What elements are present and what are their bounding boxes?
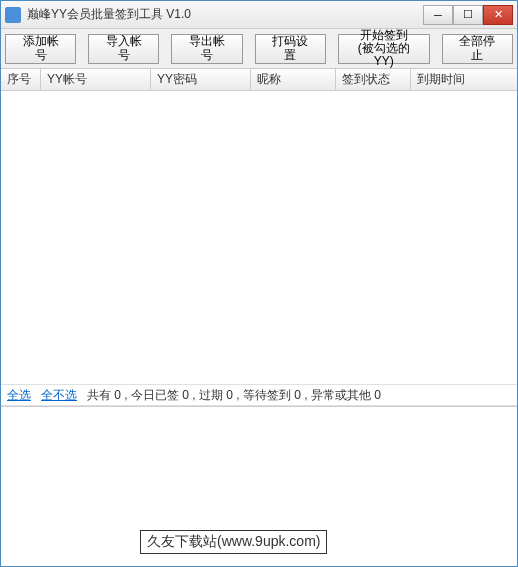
app-window: 巅峰YY会员批量签到工具 V1.0 ─ ☐ ✕ 添加帐号 导入帐号 导出帐号 打… — [0, 0, 518, 567]
select-all-link[interactable]: 全选 — [7, 387, 31, 404]
app-icon — [5, 7, 21, 23]
status-stats: 共有 0 , 今日已签 0 , 过期 0 , 等待签到 0 , 异常或其他 0 — [87, 387, 381, 404]
captcha-settings-button[interactable]: 打码设置 — [255, 34, 326, 64]
col-yy-account[interactable]: YY帐号 — [41, 69, 151, 90]
col-expire-time[interactable]: 到期时间 — [411, 69, 501, 90]
close-button[interactable]: ✕ — [483, 5, 513, 25]
titlebar[interactable]: 巅峰YY会员批量签到工具 V1.0 ─ ☐ ✕ — [1, 1, 517, 29]
minimize-button[interactable]: ─ — [423, 5, 453, 25]
select-none-link[interactable]: 全不选 — [41, 387, 77, 404]
start-sign-button[interactable]: 开始签到 (被勾选的YY) — [338, 34, 430, 64]
stop-all-button[interactable]: 全部停止 — [442, 34, 513, 64]
list-header: 序号 YY帐号 YY密码 昵称 签到状态 到期时间 — [1, 69, 517, 91]
col-yy-password[interactable]: YY密码 — [151, 69, 251, 90]
window-controls: ─ ☐ ✕ — [423, 5, 513, 25]
col-seq[interactable]: 序号 — [1, 69, 41, 90]
export-account-button[interactable]: 导出帐号 — [171, 34, 242, 64]
col-sign-status[interactable]: 签到状态 — [336, 69, 411, 90]
watermark: 久友下载站(www.9upk.com) — [140, 530, 327, 554]
toolbar: 添加帐号 导入帐号 导出帐号 打码设置 开始签到 (被勾选的YY) 全部停止 — [1, 29, 517, 69]
import-account-button[interactable]: 导入帐号 — [88, 34, 159, 64]
col-nickname[interactable]: 昵称 — [251, 69, 336, 90]
maximize-button[interactable]: ☐ — [453, 5, 483, 25]
account-list[interactable] — [1, 91, 517, 384]
window-title: 巅峰YY会员批量签到工具 V1.0 — [27, 6, 423, 23]
add-account-button[interactable]: 添加帐号 — [5, 34, 76, 64]
status-bar: 全选 全不选 共有 0 , 今日已签 0 , 过期 0 , 等待签到 0 , 异… — [1, 384, 517, 406]
